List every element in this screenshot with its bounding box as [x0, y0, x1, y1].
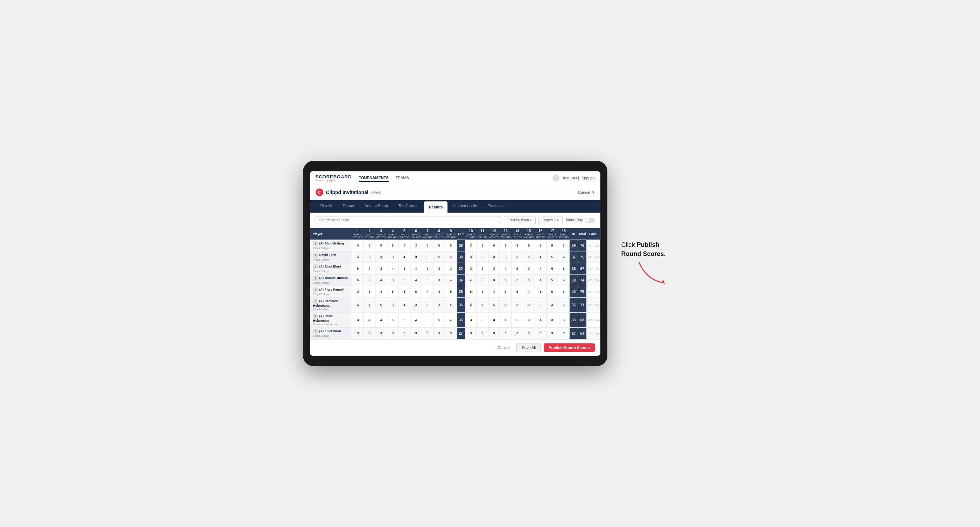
score-cell-hole-9[interactable]	[445, 251, 457, 263]
score-input-hole-10[interactable]	[465, 264, 477, 273]
score-input-hole-1[interactable]	[352, 241, 364, 250]
score-cell-hole-12[interactable]	[488, 251, 500, 263]
score-input-hole-15[interactable]	[523, 316, 535, 324]
score-cell-hole-3[interactable]	[375, 286, 387, 298]
score-cell-hole-13[interactable]	[500, 251, 512, 263]
score-cell-hole-6[interactable]	[410, 251, 422, 263]
score-cell-hole-7[interactable]	[422, 275, 433, 286]
score-input-hole-13[interactable]	[500, 300, 511, 310]
score-input-hole-13[interactable]	[500, 264, 511, 273]
score-input-hole-2[interactable]	[364, 276, 375, 285]
score-cell-hole-5[interactable]	[399, 298, 410, 313]
score-cell-hole-13[interactable]	[500, 298, 512, 313]
score-input-hole-15[interactable]	[523, 264, 535, 273]
score-cell-hole-18[interactable]	[558, 263, 570, 275]
publish-round-scores-button[interactable]: Publish Round Scores	[544, 343, 595, 352]
score-cell-hole-16[interactable]	[535, 328, 546, 339]
score-cell-hole-4[interactable]	[387, 263, 399, 275]
score-cell-hole-17[interactable]	[546, 313, 558, 328]
score-input-hole-10[interactable]	[465, 316, 477, 324]
score-cell-hole-15[interactable]	[523, 275, 535, 286]
score-cell-hole-6[interactable]	[410, 298, 422, 313]
score-cell-hole-15[interactable]	[523, 251, 535, 263]
score-input-hole-6[interactable]	[410, 276, 422, 285]
score-cell-hole-3[interactable]	[375, 251, 387, 263]
score-cell-hole-5[interactable]	[399, 313, 410, 328]
score-input-hole-12[interactable]	[488, 287, 500, 296]
wd-label[interactable]: WD	[587, 255, 593, 259]
score-cell-hole-7[interactable]	[422, 328, 433, 339]
score-cell-hole-3[interactable]	[375, 263, 387, 275]
score-cell-hole-18[interactable]	[558, 328, 570, 339]
score-input-hole-3[interactable]	[375, 329, 387, 338]
score-input-hole-5[interactable]	[399, 241, 410, 250]
score-cell-hole-12[interactable]	[488, 240, 500, 251]
score-input-hole-14[interactable]	[512, 241, 523, 250]
score-input-hole-9[interactable]	[445, 316, 456, 324]
score-cell-hole-1[interactable]	[352, 263, 364, 275]
score-cell-hole-12[interactable]	[488, 263, 500, 275]
score-cell-hole-13[interactable]	[500, 275, 512, 286]
score-cell-hole-1[interactable]	[352, 275, 364, 286]
score-cell-hole-9[interactable]	[445, 286, 457, 298]
score-cell-hole-17[interactable]	[546, 251, 558, 263]
score-cell-hole-17[interactable]	[546, 328, 558, 339]
score-input-hole-8[interactable]	[433, 300, 445, 310]
dq-label[interactable]: DQ	[593, 303, 600, 307]
score-cell-hole-6[interactable]	[410, 275, 422, 286]
score-input-hole-6[interactable]	[410, 264, 422, 273]
score-input-hole-9[interactable]	[445, 276, 456, 285]
score-input-hole-7[interactable]	[422, 252, 433, 262]
score-cell-hole-7[interactable]	[422, 313, 433, 328]
score-input-hole-15[interactable]	[523, 252, 535, 262]
score-input-hole-6[interactable]	[410, 287, 422, 296]
score-cell-hole-17[interactable]	[546, 286, 558, 298]
score-input-hole-8[interactable]	[433, 241, 445, 250]
score-cell-hole-8[interactable]	[433, 298, 445, 313]
score-cell-hole-11[interactable]	[477, 313, 488, 328]
score-input-hole-3[interactable]	[375, 316, 387, 324]
score-input-hole-13[interactable]	[500, 241, 511, 250]
score-input-hole-9[interactable]	[445, 252, 456, 262]
score-cell-hole-4[interactable]	[387, 251, 399, 263]
score-input-hole-11[interactable]	[477, 300, 488, 310]
score-input-hole-10[interactable]	[465, 300, 477, 310]
score-cell-hole-5[interactable]	[399, 275, 410, 286]
score-input-hole-5[interactable]	[399, 300, 410, 310]
score-cell-hole-9[interactable]	[445, 298, 457, 313]
score-cell-hole-8[interactable]	[433, 313, 445, 328]
score-cell-hole-15[interactable]	[523, 298, 535, 313]
score-input-hole-2[interactable]	[364, 252, 375, 262]
score-cell-hole-2[interactable]	[364, 298, 375, 313]
score-cell-hole-8[interactable]	[433, 275, 445, 286]
score-cell-hole-5[interactable]	[399, 286, 410, 298]
score-cell-hole-8[interactable]	[433, 328, 445, 339]
score-input-hole-1[interactable]	[352, 329, 364, 338]
tab-results[interactable]: Results	[424, 202, 448, 213]
score-cell-hole-14[interactable]	[512, 328, 523, 339]
score-cell-hole-3[interactable]	[375, 240, 387, 251]
cancel-button[interactable]: Cancel	[493, 343, 514, 352]
score-cell-hole-10[interactable]	[465, 298, 477, 313]
dq-label[interactable]: DQ	[593, 243, 600, 248]
score-cell-hole-13[interactable]	[500, 240, 512, 251]
save-all-button[interactable]: Save All	[516, 343, 541, 352]
score-cell-hole-14[interactable]	[512, 263, 523, 275]
round-select[interactable]: Round 3 ▾	[538, 216, 563, 224]
score-cell-hole-15[interactable]	[523, 313, 535, 328]
score-cell-hole-11[interactable]	[477, 286, 488, 298]
score-input-hole-17[interactable]	[547, 241, 558, 250]
score-cell-hole-1[interactable]	[352, 313, 364, 328]
wd-label[interactable]: WD	[587, 278, 593, 283]
score-cell-hole-15[interactable]	[523, 240, 535, 251]
score-cell-hole-12[interactable]	[488, 298, 500, 313]
score-input-hole-4[interactable]	[387, 241, 398, 250]
score-input-hole-5[interactable]	[399, 276, 410, 285]
score-cell-hole-10[interactable]	[465, 328, 477, 339]
score-input-hole-10[interactable]	[465, 241, 477, 250]
score-cell-hole-18[interactable]	[558, 240, 570, 251]
score-input-hole-6[interactable]	[410, 300, 422, 310]
score-input-hole-3[interactable]	[375, 300, 387, 310]
score-input-hole-3[interactable]	[375, 252, 387, 262]
tab-teams[interactable]: Teams	[337, 200, 359, 213]
